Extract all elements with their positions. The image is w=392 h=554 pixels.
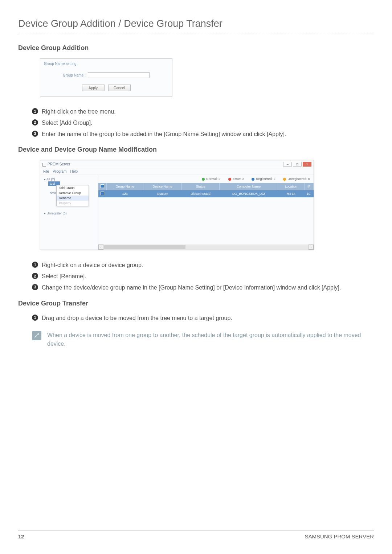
menu-help[interactable]: Help <box>70 169 78 173</box>
cancel-button[interactable]: Cancel <box>108 85 131 91</box>
col-location[interactable]: Location <box>278 183 305 190</box>
maximize-button[interactable]: □ <box>293 162 302 167</box>
group-name-label: Group Name : <box>63 73 86 77</box>
section-addition-heading: Device Group Addition <box>18 44 374 52</box>
step-text: Enter the name of the group to be added … <box>42 130 286 139</box>
addition-steps: 1 Right-click on the tree menu. 2 Select… <box>32 107 374 139</box>
page-number: 12 <box>18 533 24 539</box>
tree-root[interactable]: ▸ All (2) <box>42 177 96 181</box>
status-normal: Normal: 2 <box>202 177 220 181</box>
cell-status: Disconnected <box>181 190 220 197</box>
window-title: PROM Server <box>42 162 70 166</box>
scroll-track[interactable] <box>104 245 308 249</box>
step-text: Drag and drop a device to be moved from … <box>42 314 232 323</box>
tree-sidebar: ▸ All (2) test Add Group Remove Group Re… <box>40 175 98 250</box>
row-checkbox[interactable] <box>101 192 104 195</box>
status-error: Error: 0 <box>228 177 244 181</box>
transfer-steps: 1 Drag and drop a device to be moved fro… <box>32 314 374 323</box>
scroll-right-button[interactable]: › <box>309 245 314 250</box>
col-status[interactable]: Status <box>181 183 220 190</box>
step-text: Change the device/device group name in t… <box>42 283 341 292</box>
cell-group: 123 <box>107 190 143 197</box>
cell-computer: DO_BONGSEOK_L02 <box>220 190 278 197</box>
cell-ip: 10. <box>305 190 314 197</box>
step-number-icon: 1 <box>32 315 38 321</box>
window-controls: – □ × <box>283 162 311 167</box>
step-number-icon: 3 <box>32 131 38 137</box>
divider <box>18 34 374 34</box>
scroll-left-button[interactable]: ‹ <box>98 245 103 250</box>
group-name-setting-dialog: Group Name setting Group Name : Apply Ca… <box>40 58 172 97</box>
group-name-input[interactable] <box>88 72 150 78</box>
step-number-icon: 1 <box>32 108 38 114</box>
cell-device: testcom <box>143 190 181 197</box>
dialog-title: Group Name setting <box>44 62 168 66</box>
step-number-icon: 1 <box>32 262 38 268</box>
page-title: Device Group Addition / Device Group Tra… <box>18 18 374 29</box>
menu-file[interactable]: File <box>43 169 49 173</box>
status-unregistered: Unregistered: 0 <box>283 177 310 181</box>
menu-program[interactable]: Program <box>53 169 66 173</box>
step-text: Select [Add Group]. <box>42 119 93 128</box>
checkbox-icon[interactable] <box>101 184 104 188</box>
note: When a device is moved from one group to… <box>32 331 374 349</box>
page-footer: 12 SAMSUNG PROM SERVER <box>18 530 374 539</box>
section-modify-heading: Device and Device Group Name Modificatio… <box>18 146 374 153</box>
tree-unregister[interactable]: ▸ Unregister (0) <box>42 211 96 216</box>
main-pane: Normal: 2 Error: 0 Registered: 2 Unregis… <box>98 175 314 250</box>
horizontal-scrollbar[interactable]: ‹ › <box>98 244 314 250</box>
prom-server-window: PROM Server – □ × File Program Help ▸ Al… <box>40 160 314 250</box>
minimize-button[interactable]: – <box>283 162 292 167</box>
step-number-icon: 2 <box>32 119 38 126</box>
footer-brand: SAMSUNG PROM SERVER <box>305 533 374 539</box>
col-computer-name[interactable]: Computer Name <box>220 183 278 190</box>
step-text: Right-click on the tree menu. <box>42 107 116 116</box>
step-text: Select [Rename]. <box>42 272 86 281</box>
apply-button[interactable]: Apply <box>82 85 105 91</box>
table-row[interactable]: 123 testcom Disconnected DO_BONGSEOK_L02… <box>98 190 314 197</box>
step-number-icon: 3 <box>32 284 38 290</box>
close-button[interactable]: × <box>303 162 311 167</box>
scroll-thumb[interactable] <box>104 245 185 249</box>
col-device-name[interactable]: Device Name <box>143 183 181 190</box>
ctx-add-group[interactable]: Add Group <box>57 185 89 190</box>
note-icon <box>32 331 41 340</box>
cell-location: R4 14 <box>278 190 305 197</box>
col-ip[interactable]: IP <box>305 183 314 190</box>
device-table: Group Name Device Name Status Computer N… <box>98 183 314 197</box>
col-group-name[interactable]: Group Name <box>107 183 143 190</box>
status-registered: Registered: 2 <box>252 177 275 181</box>
step-number-icon: 2 <box>32 273 38 279</box>
section-transfer-heading: Device Group Transfer <box>18 300 374 307</box>
status-strip: Normal: 2 Error: 0 Registered: 2 Unregis… <box>98 175 314 183</box>
modify-steps: 1 Right-click on a device or device grou… <box>32 261 374 292</box>
step-text: Right-click on a device or device group. <box>42 261 143 270</box>
note-text: When a device is moved from one group to… <box>47 331 374 349</box>
col-checkbox[interactable] <box>98 183 107 190</box>
menu-bar: File Program Help <box>40 168 314 175</box>
